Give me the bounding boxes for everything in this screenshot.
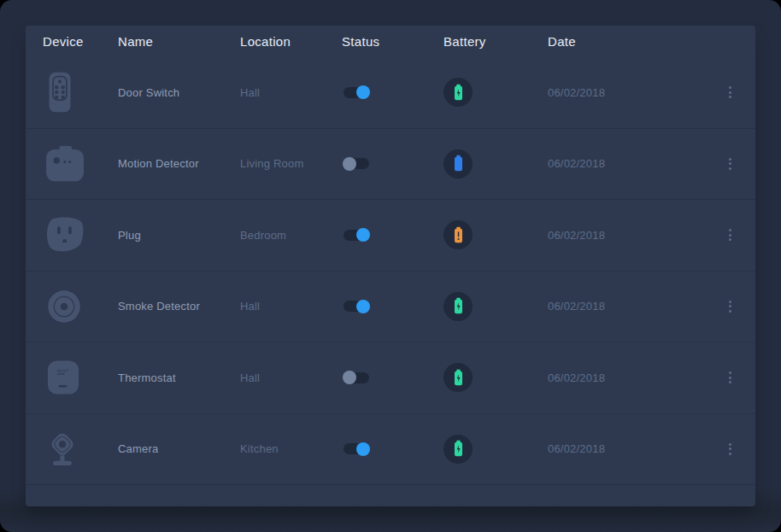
- device-location: Kitchen: [240, 442, 342, 455]
- column-header-battery: Battery: [443, 34, 548, 49]
- toggle-knob: [356, 300, 370, 313]
- table-body: Door Switch Hall 06/02/2018 Motion Detec…: [26, 57, 755, 485]
- device-name: Door Switch: [118, 86, 240, 99]
- status-toggle[interactable]: [344, 230, 369, 241]
- device-name: Smoke Detector: [118, 300, 240, 313]
- table-header: Device Name Location Status Battery Date: [26, 26, 755, 57]
- battery-indicator: [443, 149, 473, 178]
- battery-indicator: [443, 220, 473, 249]
- power-outlet-icon: [43, 214, 87, 255]
- status-toggle[interactable]: [344, 443, 369, 454]
- table-row: Camera Kitchen 06/02/2018: [26, 414, 755, 486]
- table-row: Plug Bedroom 06/02/2018: [26, 200, 755, 272]
- table-row: Door Switch Hall 06/02/2018: [26, 57, 755, 129]
- row-menu-button[interactable]: [719, 439, 740, 459]
- column-header-date: Date: [548, 34, 702, 49]
- column-header-status: Status: [342, 34, 443, 49]
- toggle-knob: [356, 228, 370, 242]
- toggle-knob: [343, 371, 356, 384]
- row-menu-button[interactable]: [719, 225, 740, 245]
- device-name: Thermostat: [118, 371, 240, 384]
- remote-control-icon: [43, 68, 87, 116]
- device-date: 06/02/2018: [548, 371, 702, 384]
- status-toggle[interactable]: [344, 301, 369, 312]
- table-row: Smoke Detector Hall 06/02/2018: [26, 272, 755, 343]
- camera-icon: [43, 425, 87, 473]
- row-menu-button[interactable]: [719, 82, 740, 102]
- toggle-knob: [343, 157, 356, 171]
- column-header-name: Name: [118, 34, 240, 49]
- table-footer-strip: [26, 485, 755, 506]
- device-date: 06/02/2018: [548, 300, 702, 313]
- motion-detector-icon: [43, 143, 87, 184]
- device-name: Motion Detector: [118, 157, 240, 170]
- status-toggle[interactable]: [344, 372, 369, 383]
- app-window: Device Name Location Status Battery Date…: [0, 0, 781, 532]
- device-date: 06/02/2018: [548, 442, 702, 455]
- battery-indicator: [443, 78, 473, 107]
- battery-indicator: [443, 292, 473, 321]
- status-toggle[interactable]: [344, 158, 369, 169]
- device-location: Living Room: [240, 157, 342, 170]
- column-header-location: Location: [240, 34, 342, 49]
- device-name: Camera: [118, 442, 240, 455]
- device-location: Bedroom: [240, 229, 342, 242]
- device-date: 06/02/2018: [548, 229, 702, 242]
- device-date: 06/02/2018: [548, 157, 702, 170]
- battery-indicator: [443, 363, 473, 392]
- table-row: Motion Detector Living Room 06/02/2018: [26, 129, 755, 201]
- device-location: Hall: [240, 300, 342, 313]
- device-name: Plug: [118, 229, 240, 242]
- column-header-device: Device: [43, 34, 118, 49]
- device-location: Hall: [240, 371, 342, 384]
- device-date: 06/02/2018: [548, 86, 702, 99]
- battery-indicator: [443, 435, 473, 464]
- svg-text:32°: 32°: [56, 367, 69, 377]
- table-row: 32° Thermostat Hall 06/02/2018: [26, 342, 755, 414]
- status-toggle[interactable]: [344, 87, 369, 98]
- thermostat-icon: 32°: [43, 356, 87, 399]
- toggle-knob: [356, 442, 370, 456]
- row-menu-button[interactable]: [719, 296, 740, 317]
- row-menu-button[interactable]: [719, 367, 740, 388]
- device-table-card: Device Name Location Status Battery Date…: [26, 26, 755, 506]
- toggle-knob: [356, 85, 370, 99]
- smoke-detector-icon: [43, 285, 87, 328]
- device-location: Hall: [240, 86, 342, 99]
- row-menu-button[interactable]: [719, 154, 740, 174]
